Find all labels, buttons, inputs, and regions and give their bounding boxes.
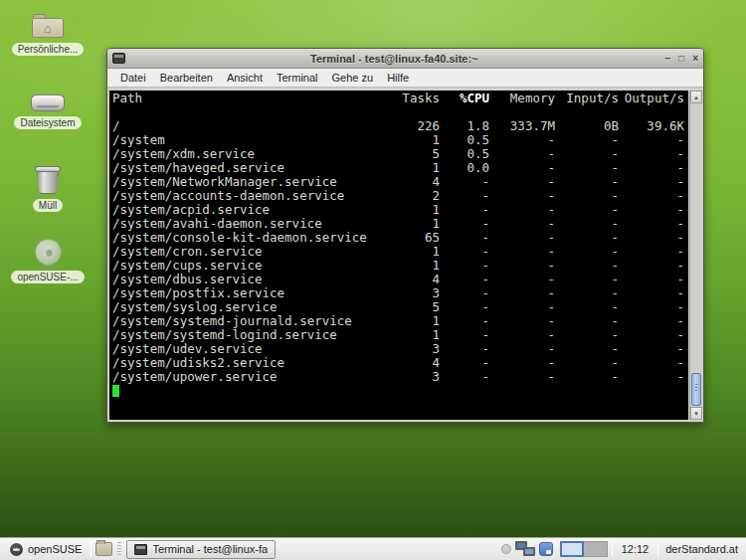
harddrive-icon	[31, 94, 65, 111]
minimize-button[interactable]: –	[665, 54, 671, 64]
system-tray	[501, 541, 608, 557]
clock[interactable]: 12:12	[617, 543, 654, 555]
menu-item-bearbeiten[interactable]: Bearbeiten	[153, 70, 220, 86]
trash-icon	[35, 166, 61, 194]
taskbar-task-terminal[interactable]: Terminal - test@linux-fa...	[126, 540, 276, 559]
cgtop-row: /system/systemd-journald.service1----	[112, 314, 688, 328]
window-titlebar[interactable]: Terminal - test@linux-fa40.site:~ – □ ×	[107, 49, 703, 69]
taskbar-separator	[657, 541, 658, 557]
scrollbar-thumb[interactable]	[691, 373, 701, 406]
scroll-up-button[interactable]: ▲	[690, 91, 702, 103]
cgtop-row: /system/syslog.service5----	[112, 300, 688, 314]
cgtop-row: /system/cups.service1----	[112, 259, 688, 273]
desktop-icon-label: openSUSE-...	[11, 271, 84, 283]
menu-item-terminal[interactable]: Terminal	[270, 70, 325, 86]
menu-bar: Datei Bearbeiten Ansicht Terminal Gehe z…	[107, 69, 703, 88]
window-title: Terminal - test@linux-fa40.site:~	[129, 53, 659, 65]
taskbar: openSUSE Terminal - test@linux-fa... 12:…	[0, 537, 746, 560]
workspace-2[interactable]	[584, 541, 608, 557]
cd-disc-icon	[35, 239, 62, 266]
tray-network-computers-icon[interactable]	[515, 541, 535, 557]
tray-software-update-icon[interactable]	[539, 542, 553, 556]
file-manager-icon[interactable]	[95, 542, 112, 556]
brand-label: derStandard.at	[662, 543, 741, 555]
desktop-icon-label: Dateisystem	[14, 116, 81, 129]
desktop-icon-opensuse-cd[interactable]: openSUSE-...	[5, 239, 91, 283]
home-glyph: ⌂	[44, 22, 52, 35]
terminal-output[interactable]: Path Tasks %CPU Memory Input/s Output/s …	[109, 91, 688, 420]
cgtop-row: /2261.8333.7M0B39.6K	[112, 119, 688, 133]
desktop-icon-home[interactable]: ⌂ Persönliche...	[5, 14, 91, 56]
cgtop-row: /system/upower.service3----	[112, 370, 688, 384]
workspace-1[interactable]	[560, 541, 584, 557]
cgtop-row: /system/NetworkManager.service4----	[112, 175, 688, 189]
cgtop-row: /system/acpid.service1----	[112, 203, 688, 217]
cursor-row	[112, 384, 688, 398]
menu-item-ansicht[interactable]: Ansicht	[220, 70, 270, 86]
tasklist-drag-handle[interactable]	[117, 542, 121, 557]
cgtop-row: /system/haveged.service10.0---	[112, 161, 688, 175]
terminal-task-icon	[134, 544, 147, 555]
terminal-cursor	[112, 385, 119, 397]
taskbar-separator	[612, 541, 613, 557]
desktop-wallpaper: ⌂ Persönliche... Dateisystem Müll openSU…	[0, 0, 746, 560]
task-label: Terminal - test@linux-fa...	[152, 543, 268, 555]
cgtop-header-row: Path Tasks %CPU Memory Input/s Output/s	[112, 92, 688, 105]
desktop-icon-label: Müll	[33, 199, 63, 212]
cgtop-row: /system/dbus.service4----	[112, 273, 688, 286]
scroll-down-button[interactable]: ▼	[690, 407, 702, 420]
cgtop-row: /system/udisks2.service4----	[112, 356, 688, 370]
close-button[interactable]: ×	[692, 54, 698, 64]
cgtop-row: /system/udev.service3----	[112, 342, 688, 356]
desktop-icon-filesystem[interactable]: Dateisystem	[5, 94, 91, 129]
cgtop-row: /system/cron.service1----	[112, 245, 688, 259]
desktop-icon-label: Persönliche...	[12, 43, 85, 56]
cgtop-row: /system/avahi-daemon.service1----	[112, 217, 688, 231]
opensuse-menu-button[interactable]: openSUSE	[5, 542, 87, 557]
blank-row	[112, 105, 688, 119]
desktop-icon-trash[interactable]: Müll	[5, 166, 91, 212]
terminal-window: Terminal - test@linux-fa40.site:~ – □ × …	[106, 48, 704, 423]
cgtop-row: /system/postfix.service3----	[112, 286, 688, 300]
menu-item-datei[interactable]: Datei	[113, 70, 153, 86]
opensuse-menu-label: openSUSE	[28, 543, 82, 555]
menu-item-hilfe[interactable]: Hilfe	[380, 70, 416, 86]
cgtop-row: /system/systemd-logind.service1----	[112, 328, 688, 342]
cgtop-row: /system10.5---	[112, 133, 688, 147]
opensuse-logo-icon	[10, 543, 23, 556]
tray-status-icon[interactable]	[501, 544, 511, 554]
cgtop-row: /system/accounts-daemon.service2----	[112, 189, 688, 203]
workspace-pager	[560, 541, 608, 557]
maximize-button[interactable]: □	[678, 54, 684, 64]
scrollbar[interactable]: ▲ ▼	[689, 91, 702, 420]
home-folder-icon: ⌂	[32, 14, 64, 38]
cgtop-row: /system/xdm.service50.5---	[112, 147, 688, 161]
terminal-app-icon	[112, 53, 125, 64]
menu-item-gehezu[interactable]: Gehe zu	[325, 70, 381, 86]
taskbar-separator	[91, 541, 92, 557]
cgtop-row: /system/console-kit-daemon.service65----	[112, 231, 688, 245]
